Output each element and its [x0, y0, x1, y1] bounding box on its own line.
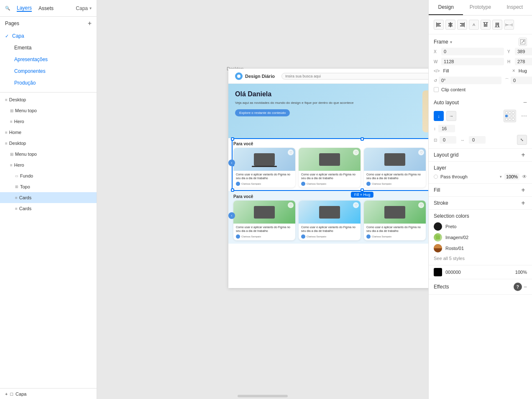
corner-input[interactable] — [511, 77, 532, 84]
resize-contents-btn[interactable]: ⤡ — [517, 135, 527, 145]
add-stroke-btn[interactable]: + — [519, 199, 527, 207]
direction-down-btn[interactable]: ↓ — [434, 111, 444, 121]
w-input[interactable] — [441, 58, 504, 65]
layer-cards-2[interactable]: ≡ Cards — [0, 203, 97, 214]
add-effect-btn[interactable]: − — [524, 283, 527, 290]
card-title: Como usar e aplicar variants do Figma no… — [366, 225, 423, 233]
fill-x-btn[interactable]: × — [512, 68, 515, 74]
tab-design[interactable]: Design — [429, 0, 463, 15]
page-item-producao[interactable]: Produção — [0, 77, 97, 89]
frame-title-toggle[interactable]: Frame ▾ — [434, 39, 452, 45]
page-item-label: Produção — [14, 80, 36, 86]
align-dot-bm[interactable] — [509, 118, 511, 121]
card-heart-icon[interactable]: ♡ — [353, 149, 359, 155]
canvas-scrollbar[interactable] — [238, 395, 288, 397]
align-dot-bl[interactable] — [505, 118, 508, 121]
bottom-capa-item[interactable]: + □ Capa — [0, 388, 97, 399]
layer-menu-topo-1[interactable]: ⊞ Menu topo — [0, 105, 97, 116]
page-item-componentes[interactable]: Componentes — [0, 65, 97, 77]
layer-row: Pass through ▾ 👁 — [434, 173, 527, 180]
padding-v-input[interactable] — [469, 136, 486, 144]
page-item-apresentacoes[interactable]: Apresentações — [0, 54, 97, 65]
align-right-btn[interactable] — [457, 20, 467, 30]
hero-button[interactable]: Explore o restante do conteúdo — [235, 109, 290, 116]
align-dot-ml[interactable] — [505, 115, 508, 117]
layer-hero-1[interactable]: ≡ Hero — [0, 116, 97, 127]
x-input[interactable] — [441, 48, 504, 55]
align-dot-br[interactable] — [512, 118, 514, 121]
pages-label: Pages — [5, 21, 19, 26]
frame-resize-btn[interactable] — [519, 38, 527, 46]
add-fill-btn[interactable]: + — [519, 186, 527, 194]
fill-label[interactable]: Fill — [443, 68, 449, 73]
padding-h-input[interactable] — [440, 136, 456, 144]
align-dot-mr[interactable] — [512, 115, 514, 117]
align-dot-tm[interactable] — [509, 111, 511, 114]
file-name[interactable]: Capa ▾ — [76, 5, 92, 11]
card-item[interactable]: ♡ Como usar e aplicar variants do Figma … — [364, 148, 426, 188]
layer-hero-2[interactable]: ≡ Hero — [0, 160, 97, 170]
direction-right-btn[interactable]: → — [446, 111, 456, 121]
selection-color-rosto[interactable]: Rosto/01 — [434, 244, 527, 252]
card-avatar — [301, 182, 305, 186]
layer-fundo[interactable]: ▭ Fundo — [0, 170, 97, 181]
hug-label[interactable]: Hug — [519, 68, 527, 73]
hex-input[interactable] — [445, 270, 512, 275]
x-label: X — [434, 49, 440, 54]
card-item[interactable]: ♡ Como usar e aplicar variants do Figma … — [299, 201, 361, 240]
align-section: A ⊢⊣ — [429, 15, 532, 34]
layer-cards-1[interactable]: ≡ Cards — [0, 192, 97, 203]
tab-prototype[interactable]: Prototype — [463, 0, 497, 15]
layer-label: Hero — [14, 119, 24, 124]
auto-layout-more-btn[interactable]: ⋯ — [521, 113, 527, 119]
spacing-input[interactable] — [438, 125, 455, 132]
card-item[interactable]: ♡ Como usar e aplicar variants do Figma … — [233, 201, 295, 240]
color-swatch-sq[interactable] — [434, 268, 442, 276]
layer-menu-topo-2[interactable]: ⊞ Menu topo — [0, 149, 97, 160]
align-bottom-btn[interactable] — [492, 20, 502, 30]
card-heart-icon[interactable]: ♡ — [288, 149, 294, 155]
selection-color-imagem[interactable]: Imagem/02 — [434, 233, 527, 242]
align-top-btn[interactable] — [481, 20, 491, 30]
layer-topo[interactable]: ⊞ Topo — [0, 181, 97, 192]
selection-colors-title: Selection colors — [434, 213, 527, 219]
tab-inspect[interactable]: Inspect — [498, 0, 532, 15]
h-input[interactable] — [515, 58, 532, 65]
visibility-icon[interactable]: 👁 — [522, 174, 527, 180]
layer-home[interactable]: ≡ Home — [0, 127, 97, 138]
add-layout-grid-btn[interactable]: + — [519, 151, 527, 159]
page-item-ementa[interactable]: Ementa — [0, 42, 97, 54]
clip-checkbox[interactable] — [434, 87, 439, 92]
svg-rect-8 — [450, 22, 451, 27]
layer-blend-mode[interactable]: Pass through — [440, 174, 497, 179]
distribute-btn[interactable]: ⊢⊣ — [504, 20, 514, 30]
card-item[interactable]: ♡ Como usar e aplicar variants do Figma … — [233, 148, 295, 188]
align-dot-tl[interactable] — [505, 111, 508, 114]
layer-desktop-2[interactable]: ≡ Desktop — [0, 138, 97, 149]
tab-assets[interactable]: Assets — [38, 5, 54, 11]
layer-desktop-1[interactable]: ≡ Desktop — [0, 94, 97, 105]
y-input[interactable] — [515, 48, 532, 55]
align-grid-container — [504, 110, 516, 122]
align-text-btn[interactable]: A — [469, 20, 479, 30]
align-dot-mm[interactable] — [509, 115, 511, 117]
align-left-btn[interactable] — [434, 20, 444, 30]
add-page-button[interactable]: + — [88, 20, 92, 27]
card-item[interactable]: ♡ Como usar e aplicar variants do Figma … — [299, 148, 361, 188]
card-heart-icon[interactable]: ♡ — [418, 149, 424, 155]
prev-button-1[interactable]: ‹ — [228, 160, 235, 166]
align-dot-tr[interactable] — [512, 111, 514, 114]
search-input[interactable] — [281, 73, 428, 80]
page-item-capa[interactable]: ✓ Capa — [0, 30, 97, 42]
align-center-h-btn[interactable] — [445, 20, 455, 30]
rotation-input[interactable] — [439, 77, 501, 84]
card-item[interactable]: ♡ Como usar e aplicar variants do Figma … — [364, 201, 426, 240]
tab-layers[interactable]: Layers — [17, 5, 32, 12]
help-button[interactable]: ? — [514, 283, 522, 291]
layer-label: Hero — [14, 162, 24, 167]
see-all-styles-btn[interactable]: See all 5 styles — [434, 255, 527, 262]
canvas-frame[interactable]: Design Diário 👤 ♡ Olá Daniela Veja aqui … — [228, 69, 428, 288]
opacity-input[interactable] — [504, 173, 519, 180]
selection-color-preto[interactable]: Preto — [434, 222, 527, 231]
auto-layout-remove-btn[interactable]: − — [523, 99, 527, 106]
